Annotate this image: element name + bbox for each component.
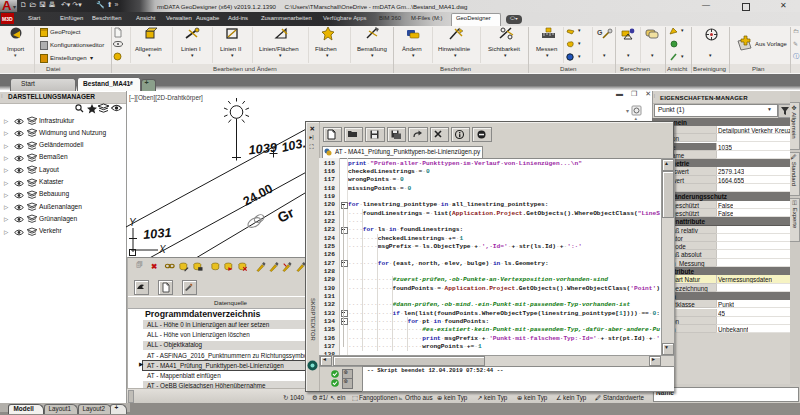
svg-text:Y: Y (129, 217, 137, 228)
svg-text:X: X (158, 244, 166, 255)
svg-text:G: G (597, 29, 603, 36)
svg-text:▾: ▾ (626, 108, 629, 114)
svg-text:24.00: 24.00 (241, 182, 275, 209)
svg-text:Gr: Gr (275, 204, 297, 226)
svg-text:1031: 1031 (142, 225, 172, 242)
svg-text:103.: 103. (280, 136, 307, 155)
svg-text:1039: 1039 (248, 139, 279, 157)
